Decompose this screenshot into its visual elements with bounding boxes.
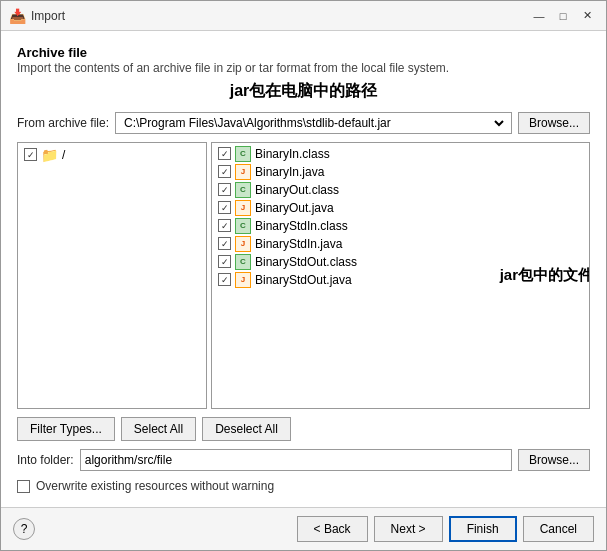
into-folder-input[interactable]: [80, 449, 512, 471]
class-file-icon: C: [235, 182, 251, 198]
file-checkbox[interactable]: [218, 147, 231, 160]
file-row[interactable]: CBinaryStdIn.class: [214, 217, 587, 235]
deselect-all-button[interactable]: Deselect All: [202, 417, 291, 441]
file-name: BinaryStdIn.java: [255, 237, 342, 251]
window-controls: — □ ✕: [528, 6, 598, 26]
file-row[interactable]: CBinaryStdOut.class: [214, 253, 587, 271]
help-button[interactable]: ?: [13, 518, 35, 540]
file-name: BinaryStdIn.class: [255, 219, 348, 233]
file-name: BinaryStdOut.class: [255, 255, 357, 269]
file-checkbox[interactable]: [218, 219, 231, 232]
file-checkbox[interactable]: [218, 165, 231, 178]
finish-button[interactable]: Finish: [449, 516, 517, 542]
file-checkbox[interactable]: [218, 201, 231, 214]
file-row[interactable]: JBinaryStdOut.java: [214, 271, 587, 289]
folder-browse-button[interactable]: Browse...: [518, 449, 590, 471]
from-archive-label: From archive file:: [17, 116, 109, 130]
filter-types-button[interactable]: Filter Types...: [17, 417, 115, 441]
class-file-icon: C: [235, 254, 251, 270]
file-row[interactable]: JBinaryIn.java: [214, 163, 587, 181]
file-checkbox[interactable]: [218, 183, 231, 196]
file-checkbox[interactable]: [218, 255, 231, 268]
annotation-path-label: jar包在电脑中的路径: [17, 81, 590, 102]
overwrite-checkbox[interactable]: [17, 480, 30, 493]
archive-file-select[interactable]: C:\Program Files\Java\Algorithms\stdlib-…: [120, 113, 507, 133]
folder-icon: 📁: [41, 147, 58, 163]
file-name: BinaryStdOut.java: [255, 273, 352, 287]
file-row[interactable]: JBinaryOut.java: [214, 199, 587, 217]
next-button[interactable]: Next >: [374, 516, 443, 542]
cancel-button[interactable]: Cancel: [523, 516, 594, 542]
file-row[interactable]: CBinaryOut.class: [214, 181, 587, 199]
class-file-icon: C: [235, 146, 251, 162]
java-file-icon: J: [235, 272, 251, 288]
actions-row: Filter Types... Select All Deselect All: [17, 417, 590, 441]
into-folder-label: Into folder:: [17, 453, 74, 467]
maximize-button[interactable]: □: [552, 6, 574, 26]
tree-item-root[interactable]: 📁 /: [20, 145, 204, 165]
select-all-button[interactable]: Select All: [121, 417, 196, 441]
title-bar: 📥 Import — □ ✕: [1, 1, 606, 31]
file-checkbox[interactable]: [218, 273, 231, 286]
file-name: BinaryOut.class: [255, 183, 339, 197]
left-tree-panel[interactable]: 📁 /: [17, 142, 207, 409]
into-folder-row: Into folder: Browse...: [17, 449, 590, 471]
close-button[interactable]: ✕: [576, 6, 598, 26]
java-file-icon: J: [235, 236, 251, 252]
dialog-content: Archive file Import the contents of an a…: [1, 31, 606, 507]
file-panels: 📁 / jar包中的文件CBinaryIn.classJBinaryIn.jav…: [17, 142, 590, 409]
file-name: BinaryIn.class: [255, 147, 330, 161]
java-file-icon: J: [235, 164, 251, 180]
file-name: BinaryIn.java: [255, 165, 324, 179]
archive-browse-button[interactable]: Browse...: [518, 112, 590, 134]
window-title: Import: [31, 9, 528, 23]
minimize-button[interactable]: —: [528, 6, 550, 26]
back-button[interactable]: < Back: [297, 516, 368, 542]
overwrite-row: Overwrite existing resources without war…: [17, 479, 590, 493]
header-section: Archive file Import the contents of an a…: [17, 45, 590, 104]
window-icon: 📥: [9, 8, 25, 24]
file-row[interactable]: JBinaryStdIn.java: [214, 235, 587, 253]
section-title: Archive file: [17, 45, 590, 60]
import-dialog: 📥 Import — □ ✕ Archive file Import the c…: [0, 0, 607, 551]
root-checkbox[interactable]: [24, 148, 37, 161]
bottom-bar: ? < Back Next > Finish Cancel: [1, 507, 606, 550]
right-files-panel[interactable]: jar包中的文件CBinaryIn.classJBinaryIn.javaCBi…: [211, 142, 590, 409]
root-label: /: [62, 148, 65, 162]
file-checkbox[interactable]: [218, 237, 231, 250]
overwrite-label: Overwrite existing resources without war…: [36, 479, 274, 493]
class-file-icon: C: [235, 218, 251, 234]
navigation-buttons: < Back Next > Finish Cancel: [297, 516, 594, 542]
from-archive-row: From archive file: C:\Program Files\Java…: [17, 112, 590, 134]
java-file-icon: J: [235, 200, 251, 216]
file-name: BinaryOut.java: [255, 201, 334, 215]
file-row[interactable]: CBinaryIn.class: [214, 145, 587, 163]
archive-file-combo[interactable]: C:\Program Files\Java\Algorithms\stdlib-…: [115, 112, 512, 134]
section-description: Import the contents of an archive file i…: [17, 60, 590, 77]
